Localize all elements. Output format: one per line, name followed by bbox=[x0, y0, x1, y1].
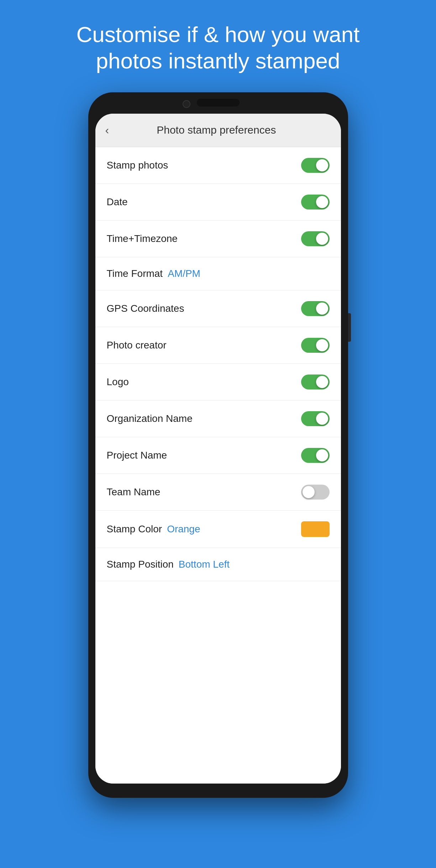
toggle-team-name[interactable] bbox=[301, 485, 330, 500]
toggle-knob-date bbox=[316, 196, 328, 208]
label-time-timezone: Time+Timezone bbox=[107, 233, 178, 244]
label-date: Date bbox=[107, 196, 128, 208]
back-button[interactable]: ‹ bbox=[105, 124, 109, 137]
settings-list: Stamp photosDateTime+TimezoneTime Format… bbox=[95, 147, 341, 784]
toggle-logo[interactable] bbox=[301, 374, 330, 389]
label-stamp-photos: Stamp photos bbox=[107, 160, 168, 171]
label-stamp-position: Stamp Position bbox=[107, 559, 174, 570]
label-organization-name: Organization Name bbox=[107, 413, 193, 424]
toggle-knob-gps-coordinates bbox=[316, 303, 328, 315]
settings-item-project-name[interactable]: Project Name bbox=[95, 437, 341, 474]
phone-mockup: ‹ Photo stamp preferences Stamp photosDa… bbox=[88, 92, 348, 798]
settings-item-team-name[interactable]: Team Name bbox=[95, 474, 341, 511]
value-stamp-position: Bottom Left bbox=[179, 559, 230, 570]
toggle-knob-project-name bbox=[316, 449, 328, 461]
screen-title: Photo stamp preferences bbox=[116, 124, 316, 136]
app-bar: ‹ Photo stamp preferences bbox=[95, 114, 341, 147]
toggle-date[interactable] bbox=[301, 195, 330, 210]
value-stamp-color: Orange bbox=[167, 523, 200, 535]
label-team-name: Team Name bbox=[107, 486, 161, 498]
settings-item-gps-coordinates[interactable]: GPS Coordinates bbox=[95, 290, 341, 327]
toggle-knob-logo bbox=[316, 376, 328, 388]
value-time-format: AM/PM bbox=[168, 268, 200, 279]
settings-item-date[interactable]: Date bbox=[95, 184, 341, 221]
toggle-knob-stamp-photos bbox=[316, 159, 328, 171]
settings-item-organization-name[interactable]: Organization Name bbox=[95, 401, 341, 437]
label-time-format: Time Format bbox=[107, 268, 163, 279]
label-stamp-color: Stamp Color bbox=[107, 523, 162, 535]
settings-item-time-format: Time FormatAM/PM bbox=[95, 257, 341, 290]
label-gps-coordinates: GPS Coordinates bbox=[107, 303, 184, 314]
label-project-name: Project Name bbox=[107, 450, 167, 461]
toggle-project-name[interactable] bbox=[301, 448, 330, 463]
phone-side-button bbox=[348, 313, 351, 342]
phone-screen: ‹ Photo stamp preferences Stamp photosDa… bbox=[95, 114, 341, 784]
toggle-knob-team-name bbox=[303, 486, 315, 498]
settings-item-stamp-position: Stamp PositionBottom Left bbox=[95, 548, 341, 581]
settings-item-photo-creator[interactable]: Photo creator bbox=[95, 327, 341, 364]
toggle-photo-creator[interactable] bbox=[301, 338, 330, 353]
settings-item-time-timezone[interactable]: Time+Timezone bbox=[95, 221, 341, 257]
toggle-knob-time-timezone bbox=[316, 233, 328, 245]
toggle-organization-name[interactable] bbox=[301, 411, 330, 426]
toggle-stamp-photos[interactable] bbox=[301, 158, 330, 173]
page-headline: Customise if & how you want photos insta… bbox=[48, 0, 388, 92]
settings-item-stamp-photos[interactable]: Stamp photos bbox=[95, 147, 341, 184]
toggle-time-timezone[interactable] bbox=[301, 231, 330, 246]
label-photo-creator: Photo creator bbox=[107, 340, 167, 351]
settings-item-stamp-color[interactable]: Stamp ColorOrange bbox=[95, 511, 341, 548]
settings-item-logo[interactable]: Logo bbox=[95, 364, 341, 401]
toggle-knob-photo-creator bbox=[316, 339, 328, 351]
label-logo: Logo bbox=[107, 376, 129, 388]
toggle-knob-organization-name bbox=[316, 413, 328, 425]
phone-frame: ‹ Photo stamp preferences Stamp photosDa… bbox=[88, 92, 348, 798]
toggle-gps-coordinates[interactable] bbox=[301, 301, 330, 316]
color-swatch-stamp-color[interactable] bbox=[301, 521, 330, 537]
